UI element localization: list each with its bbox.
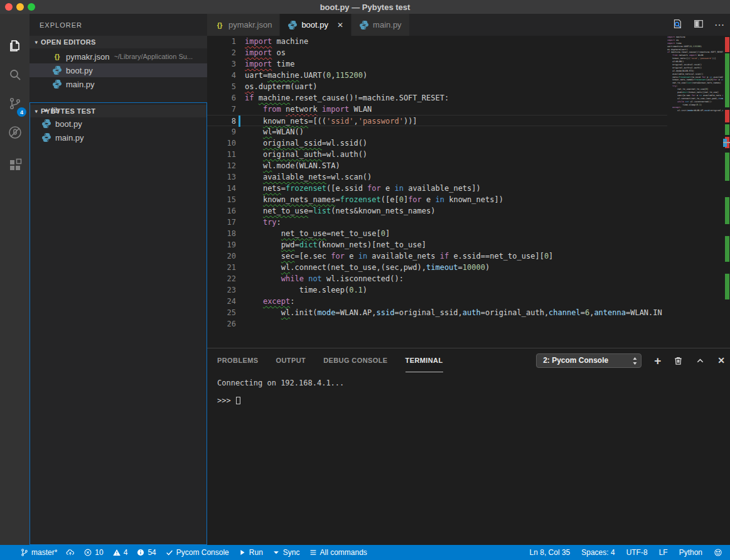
activity-item-source-control[interactable]: 4 <box>0 90 30 117</box>
code-line[interactable]: 6if machine.reset_cause()!=machine.SOFT_… <box>207 92 667 104</box>
more-actions-icon[interactable]: ⋯ <box>714 19 725 31</box>
terminal-output[interactable]: Connecting on 192.168.4.1...>>> <box>217 379 719 405</box>
code-text: uart=machine.UART(0,115200) <box>245 70 367 81</box>
minimize-window-button[interactable] <box>16 3 24 11</box>
tab-boot-py[interactable]: boot.py✕ <box>280 14 352 36</box>
code-line[interactable]: 5os.dupterm(uart) <box>207 81 667 92</box>
tree-item-main-py[interactable]: main.py <box>30 131 207 144</box>
pycom-console-button[interactable]: Pycom Console <box>165 548 229 557</box>
code-line[interactable]: 1import machine <box>207 36 667 47</box>
tab-main-py[interactable]: main.py <box>352 14 410 36</box>
code-line[interactable]: 4uart=machine.UART(0,115200) <box>207 70 667 81</box>
line-number: 2 <box>207 47 236 58</box>
panel-tab-terminal[interactable]: TERMINAL <box>405 348 443 372</box>
code-line[interactable]: 13 available_nets=wl.scan() <box>207 171 667 183</box>
git-branch-status[interactable]: master* <box>20 548 57 557</box>
activity-item-extensions[interactable] <box>0 152 30 178</box>
status-label: 10 <box>95 548 103 557</box>
code-line[interactable]: 22 while not wl.isconnected(): <box>207 273 667 284</box>
tab-close-icon[interactable]: ✕ <box>337 21 343 30</box>
code-text: original_auth=wl.auth() <box>245 149 367 160</box>
code-text: from network import WLAN <box>245 104 372 115</box>
code-line[interactable]: 15 known_nets_names=frozenset([e[0]for e… <box>207 194 667 205</box>
code-line[interactable]: 21 wl.connect(net_to_use,(sec,pwd),timeo… <box>207 262 667 273</box>
activity-item-search[interactable] <box>0 62 30 88</box>
line-number: 5 <box>207 81 236 92</box>
kill-terminal-icon[interactable] <box>674 356 683 365</box>
maximize-panel-icon[interactable] <box>695 356 705 365</box>
code-line[interactable]: 25 wl.init(mode=WLAN.AP,ssid=original_ss… <box>207 307 667 318</box>
overview-ruler[interactable] <box>723 36 730 348</box>
line-number: 19 <box>207 239 236 250</box>
code-line[interactable]: 23 time.sleep(0.1) <box>207 284 667 296</box>
code-line[interactable]: 17 try: <box>207 217 667 228</box>
python-file-icon <box>359 20 369 30</box>
encoding[interactable]: UTF-8 <box>626 548 648 557</box>
indentation[interactable]: Spaces: 4 <box>581 548 615 557</box>
error-count[interactable]: 10 <box>83 548 103 557</box>
sidebar-title: EXPLORER <box>30 14 207 36</box>
tree-item-boot-py[interactable]: boot.py <box>30 117 207 131</box>
status-label: Ln 8, Col 35 <box>530 548 571 557</box>
warning-count[interactable]: 4 <box>112 548 128 557</box>
code-line[interactable]: 9 wl=WLAN() <box>207 126 667 137</box>
new-terminal-icon[interactable]: + <box>654 356 661 365</box>
feedback-smiley[interactable] <box>714 548 722 557</box>
panel-tab-debug-console[interactable]: DEBUG CONSOLE <box>323 348 387 372</box>
code-line[interactable]: 24 except: <box>207 296 667 307</box>
terminal-line <box>217 387 719 396</box>
terminal-select[interactable]: 2: Pycom Console <box>536 353 641 368</box>
open-editor-item[interactable]: main.py <box>30 77 207 91</box>
code-line[interactable]: 19 pwd=dict(known_nets)[net_to_use] <box>207 239 667 250</box>
code-line[interactable]: 10 original_ssid=wl.ssid() <box>207 137 667 149</box>
all-commands-button[interactable]: All commands <box>309 548 367 557</box>
sync-button[interactable]: Sync <box>272 548 300 557</box>
info-count[interactable]: 54 <box>136 548 156 557</box>
panel-tab-output[interactable]: OUTPUT <box>276 348 306 372</box>
code-text: nets=frozenset([e.ssid for e in availabl… <box>245 183 481 194</box>
code-line[interactable]: 26 <box>207 318 667 330</box>
code-line[interactable]: 11 original_auth=wl.auth() <box>207 149 667 160</box>
eol-indicator[interactable]: LF <box>659 548 668 557</box>
code-content[interactable]: 1import machine2import os3import time4ua… <box>207 36 667 348</box>
panel-actions: +✕ <box>654 355 725 365</box>
code-line[interactable]: 20 sec=[e.sec for e in available_nets if… <box>207 250 667 262</box>
code-line[interactable]: 14 nets=frozenset([e.ssid for e in avail… <box>207 183 667 194</box>
modified-line-marker <box>239 116 240 127</box>
run-button[interactable]: Run <box>238 548 263 557</box>
panel-tab-problems[interactable]: PROBLEMS <box>217 348 259 372</box>
python-file-icon <box>52 79 62 89</box>
activity-item-explorer[interactable] <box>0 33 30 59</box>
close-panel-icon[interactable]: ✕ <box>717 355 725 365</box>
line-number: 10 <box>207 137 236 149</box>
code-line[interactable]: 2import os <box>207 47 667 58</box>
tab-pymakr-json[interactable]: {}pymakr.json <box>207 14 280 36</box>
code-line[interactable]: 7 from network import WLAN <box>207 104 667 115</box>
activity-item-debug-disabled[interactable] <box>0 119 30 146</box>
status-label: Python <box>679 548 702 557</box>
language-mode[interactable]: Python <box>679 548 702 557</box>
code-line[interactable]: 3import time <box>207 58 667 70</box>
split-editor-icon[interactable] <box>693 18 704 32</box>
minimap-line <box>667 112 723 116</box>
open-editor-item[interactable]: boot.py <box>30 63 207 77</box>
code-line[interactable]: 8 known_nets=[(('ssid','password'))] <box>207 115 667 126</box>
tree-item-lib[interactable]: ▸lib <box>30 103 207 117</box>
code-line[interactable]: 18 net_to_use=net_to_use[0] <box>207 228 667 239</box>
git-branch-icon <box>20 548 29 557</box>
zoom-window-button[interactable] <box>28 3 35 11</box>
open-preview-icon[interactable] <box>672 18 683 32</box>
code-editor[interactable]: 1import machine2import os3import time4ua… <box>207 36 730 348</box>
close-window-button[interactable] <box>5 3 13 11</box>
minimap[interactable]: import machineimport osimport timeuart=m… <box>667 36 723 348</box>
status-label: 4 <box>124 548 128 557</box>
info-icon <box>136 548 145 557</box>
code-line[interactable]: 16 net_to_use=list(nets&known_nets_names… <box>207 205 667 217</box>
code-text: pwd=dict(known_nets)[net_to_use] <box>245 239 426 250</box>
open-editors-header[interactable]: ▾OPEN EDITORS <box>30 36 207 48</box>
publish-button[interactable] <box>66 548 75 557</box>
code-line[interactable]: 12 wl.mode(WLAN.STA) <box>207 160 667 171</box>
open-editor-item[interactable]: {}pymakr.json~/Library/Application Su... <box>30 50 207 63</box>
line-number: 24 <box>207 296 236 307</box>
cursor-position[interactable]: Ln 8, Col 35 <box>530 548 571 557</box>
